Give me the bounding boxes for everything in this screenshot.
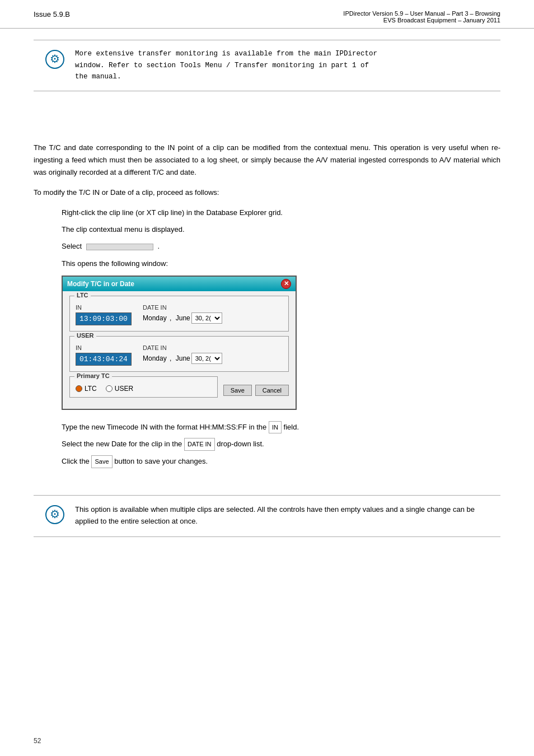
ltc-group-label: LTC <box>74 292 91 298</box>
save-button[interactable]: Save <box>223 385 252 396</box>
step3: Select . <box>34 240 500 253</box>
modify-tc-dialog[interactable]: Modify T/C in or Date ✕ LTC IN 13:09:03:… <box>62 276 297 410</box>
primary-tc-box: Primary TC LTC USER <box>69 376 218 398</box>
info-icon: ⚙ <box>45 49 65 73</box>
dialog-title: Modify T/C in or Date <box>67 280 134 288</box>
user-group-label: USER <box>74 332 96 339</box>
user-date-in-label: DATE IN <box>143 344 222 351</box>
user-in-field: IN 01:43:04:24 <box>76 344 132 366</box>
user-date-select[interactable]: 30, 2( <box>191 353 222 364</box>
ltc-date-month-val: June <box>176 314 190 322</box>
footer-info-text: This option is available when multiple c… <box>75 503 489 528</box>
step-timecode: Type the new Timecode IN with the format… <box>34 421 500 434</box>
user-date-month-val: June <box>176 354 190 362</box>
user-date-fields: Monday , June 30, 2( <box>143 353 222 364</box>
ltc-group-content: IN 13:09:03:00 DATE IN Monday , June <box>76 304 283 325</box>
user-group-content: IN 01:43:04:24 DATE IN Monday , June <box>76 344 283 366</box>
ltc-date-select[interactable]: 30, 2( <box>191 312 222 324</box>
header-right: IPDirector Version 5.9 – User Manual – P… <box>343 10 500 24</box>
user-date-month <box>172 354 174 362</box>
footer-info-icon: ⚙ <box>45 505 65 529</box>
dialog-titlebar: Modify T/C in or Date ✕ <box>63 277 296 291</box>
user-date-sep1: , <box>168 354 172 362</box>
company-date: EVS Broadcast Equipment – January 2011 <box>343 17 500 24</box>
svg-text:⚙: ⚙ <box>50 508 60 520</box>
svg-text:⚙: ⚙ <box>50 53 60 65</box>
step4: This opens the following window: <box>34 258 500 270</box>
footer-info-box: ⚙ This option is available when multiple… <box>34 495 500 537</box>
dialog-body: LTC IN 13:09:03:00 DATE IN Monday , <box>63 291 296 409</box>
dialog-wrapper: Modify T/C in or Date ✕ LTC IN 13:09:03:… <box>34 276 500 410</box>
user-date-field: DATE IN Monday , June 30, 2( <box>143 344 222 364</box>
ltc-in-field: IN 13:09:03:00 <box>76 304 132 325</box>
primary-tc-label: Primary TC <box>74 372 112 379</box>
user-date-day: Monday <box>143 354 167 362</box>
user-in-value[interactable]: 01:43:04:24 <box>76 353 132 366</box>
ltc-date-field: DATE IN Monday , June 30, 2( <box>143 304 222 324</box>
page-number: 52 <box>34 737 41 745</box>
bottom-row: Primary TC LTC USER <box>69 376 289 402</box>
ltc-date-in-label: DATE IN <box>143 304 222 311</box>
ltc-date-month <box>172 314 174 322</box>
cancel-button[interactable]: Cancel <box>255 385 289 396</box>
user-in-label: IN <box>76 344 132 351</box>
radio-user[interactable]: USER <box>106 385 133 393</box>
top-info-box: ⚙ More extensive transfer monitoring is … <box>34 40 500 91</box>
issue-label: Issue 5.9.B <box>34 10 70 18</box>
manual-title: IPDirector Version 5.9 – User Manual – P… <box>343 10 500 17</box>
radio-ltc[interactable]: LTC <box>76 385 97 393</box>
ltc-group-box: LTC IN 13:09:03:00 DATE IN Monday , <box>69 296 289 332</box>
body-para2: To modify the T/C IN or Date of a clip, … <box>34 186 500 199</box>
ltc-date-day: Monday <box>143 314 167 322</box>
ltc-date-sep1: , <box>168 314 172 322</box>
radio-user-label: USER <box>115 385 133 393</box>
date-in-field-label: DATE IN <box>184 438 215 451</box>
radio-ltc-dot[interactable] <box>76 385 82 392</box>
step2: The clip contextual menu is displayed. <box>34 223 500 236</box>
dialog-actions: Save Cancel <box>223 385 289 396</box>
radio-row: LTC USER <box>76 385 212 393</box>
top-info-text: More extensive transfer monitoring is av… <box>75 48 377 83</box>
in-field-label: IN <box>269 421 282 434</box>
step-save: Click the Save button to save your chang… <box>34 455 500 468</box>
body-para1: The T/C and date corresponding to the IN… <box>34 142 500 179</box>
radio-user-dot[interactable] <box>106 385 113 392</box>
ltc-in-label: IN <box>76 304 132 311</box>
ltc-date-fields: Monday , June 30, 2( <box>143 312 222 324</box>
user-group-box: USER IN 01:43:04:24 DATE IN Monday , <box>69 336 289 372</box>
radio-ltc-label: LTC <box>85 385 97 393</box>
dialog-close-button[interactable]: ✕ <box>281 279 291 289</box>
ltc-in-value[interactable]: 13:09:03:00 <box>76 312 132 325</box>
save-field-label: Save <box>91 455 112 468</box>
page-header: Issue 5.9.B IPDirector Version 5.9 – Use… <box>0 0 534 29</box>
step1: Right-click the clip line (or XT clip li… <box>34 207 500 219</box>
step-date: Select the new Date for the clip in the … <box>34 438 500 451</box>
